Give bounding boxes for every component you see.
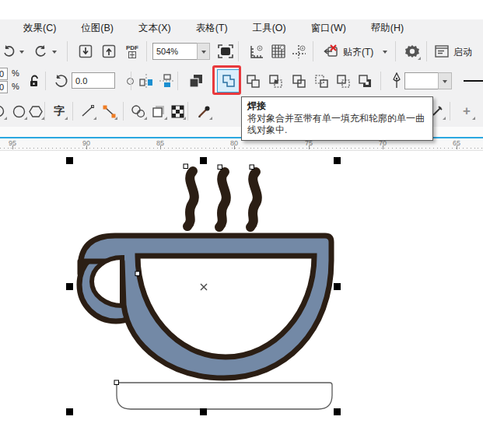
node-marker[interactable] xyxy=(135,271,140,276)
chevron-down-icon xyxy=(52,51,57,56)
artwork xyxy=(0,151,483,448)
transparency-tool[interactable] xyxy=(149,102,168,121)
export-button[interactable] xyxy=(100,42,118,61)
trim-button[interactable] xyxy=(243,72,262,90)
selection-handle[interactable] xyxy=(66,283,73,290)
menu-item-window[interactable]: 窗口(W) xyxy=(299,22,359,35)
mirror-horizontal-button[interactable] xyxy=(137,72,156,90)
menu-item-help[interactable]: 帮助(H) xyxy=(359,22,416,35)
ellipse-icon xyxy=(12,105,26,118)
steam-squiggle[interactable] xyxy=(219,172,226,227)
toolbar-separator xyxy=(238,41,239,61)
launch-panel-button[interactable] xyxy=(432,42,451,61)
tooltip-description: 将对象合并至带有单一填充和轮廓的单一曲线对象中. xyxy=(247,113,427,136)
zoom-level-input[interactable]: 504% xyxy=(152,43,198,60)
snap-off-button[interactable] xyxy=(320,42,339,61)
toolbar-separator xyxy=(123,102,124,121)
rotate-icon-button xyxy=(51,72,70,90)
percent-y-label: % xyxy=(12,82,19,91)
steam-squiggle[interactable] xyxy=(187,171,194,226)
import-button[interactable] xyxy=(76,42,95,61)
front-minus-back-button[interactable] xyxy=(312,72,331,90)
ruler-tick xyxy=(383,145,383,149)
intersect-button[interactable] xyxy=(266,72,285,90)
steam-squiggle[interactable] xyxy=(250,172,257,227)
options-button[interactable] xyxy=(403,42,422,61)
transparency-icon xyxy=(152,104,166,118)
selection-handle[interactable] xyxy=(334,283,341,290)
mirror-vertical-button[interactable] xyxy=(157,72,176,90)
ruler-tick xyxy=(12,145,13,149)
create-boundary-button[interactable] xyxy=(355,72,374,90)
selection-handle[interactable] xyxy=(66,157,73,164)
scale-y-input[interactable]: 0 xyxy=(0,81,8,93)
outline-style-preview[interactable] xyxy=(464,80,483,82)
clipped-tool[interactable] xyxy=(0,102,8,121)
zoom-dropdown[interactable] xyxy=(197,43,210,60)
menu-item-table[interactable]: 表格(T) xyxy=(184,22,240,35)
toolbar-separator xyxy=(395,41,396,61)
menu-item-tools[interactable]: 工具(O) xyxy=(240,22,299,35)
outline-pen-button[interactable] xyxy=(387,72,406,90)
back-minus-front-button[interactable] xyxy=(334,72,352,90)
redo-dropdown[interactable] xyxy=(50,42,59,61)
degree-icon xyxy=(127,78,134,85)
snap-to-label[interactable]: 贴齐(T) xyxy=(343,46,373,59)
selection-handle[interactable] xyxy=(200,408,207,415)
mirror-vertical-icon xyxy=(159,73,174,89)
rotation-angle-input[interactable]: 0.0 xyxy=(72,72,115,89)
outline-width-dropdown[interactable] xyxy=(438,72,452,89)
pattern-fill-tool[interactable] xyxy=(168,102,187,121)
fullscreen-icon xyxy=(218,44,233,58)
order-button[interactable] xyxy=(187,72,205,90)
shadow-tool[interactable] xyxy=(129,102,148,121)
simplify-button[interactable] xyxy=(289,72,308,90)
undo-dropdown[interactable] xyxy=(17,42,26,61)
add-tool-button[interactable]: + xyxy=(457,102,476,121)
chevron-down-icon xyxy=(201,51,206,56)
selection-handle[interactable] xyxy=(334,408,341,415)
snap-dropdown[interactable] xyxy=(380,42,390,61)
ruler-tick xyxy=(160,145,161,149)
node-marker[interactable] xyxy=(184,164,188,169)
selection-handle[interactable] xyxy=(200,157,207,164)
toolbar-separator xyxy=(131,72,131,90)
toolbar-separator xyxy=(44,102,45,121)
line-tool[interactable] xyxy=(79,102,97,121)
polygon-tool[interactable] xyxy=(26,102,45,121)
node-marker[interactable] xyxy=(218,165,222,170)
menu-item-bitmaps[interactable]: 位图(B) xyxy=(68,22,126,35)
selection-handle[interactable] xyxy=(66,408,73,415)
undo-button[interactable] xyxy=(0,42,19,61)
redo-button[interactable] xyxy=(31,42,50,61)
show-rulers-button[interactable] xyxy=(247,42,266,61)
grid-icon xyxy=(271,44,285,58)
publish-pdf-button[interactable]: PDF xyxy=(123,42,142,61)
launch-label[interactable]: 启动 xyxy=(453,46,472,59)
menu-item-text[interactable]: 文本(X) xyxy=(126,22,184,35)
lock-ratio-button[interactable] xyxy=(25,72,44,90)
node-marker[interactable] xyxy=(114,380,119,385)
export-icon xyxy=(102,44,116,58)
eyedropper-tool[interactable] xyxy=(194,102,213,121)
outline-width-input[interactable] xyxy=(404,72,439,89)
drawing-canvas[interactable] xyxy=(0,151,483,448)
show-grid-button[interactable] xyxy=(269,42,288,61)
text-tool[interactable]: 字 xyxy=(50,102,68,121)
selection-handle[interactable] xyxy=(334,157,341,164)
scale-y-value: 0 xyxy=(0,82,4,92)
weld-tooltip: 焊接 将对象合并至带有单一填充和轮廓的单一曲线对象中. xyxy=(241,96,433,141)
node-marker[interactable] xyxy=(250,165,254,170)
ruler-tick xyxy=(457,145,457,149)
fullscreen-preview-button[interactable] xyxy=(216,42,235,61)
eyedropper-icon xyxy=(197,104,212,119)
menu-item-effects[interactable]: 效果(C) xyxy=(11,22,68,35)
scale-x-input[interactable]: 0 xyxy=(0,68,8,80)
bezier-tool[interactable] xyxy=(100,102,118,121)
ellipse-tool[interactable] xyxy=(9,102,28,121)
pdf-label: PDF xyxy=(126,45,138,51)
show-guidelines-button[interactable] xyxy=(289,42,308,61)
tooltip-title: 焊接 xyxy=(247,100,427,113)
toolbar-separator xyxy=(72,102,73,121)
saucer[interactable] xyxy=(117,383,332,409)
